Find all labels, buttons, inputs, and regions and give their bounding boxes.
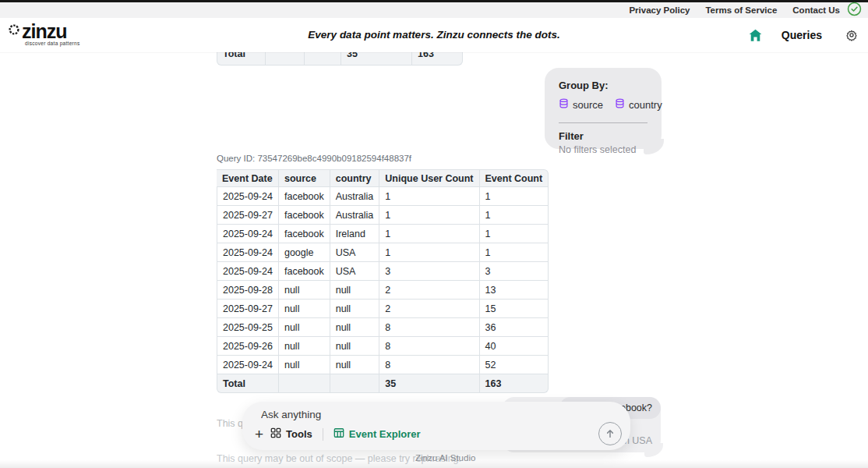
total-unique-users: 35 bbox=[379, 374, 479, 393]
utility-link[interactable]: Privacy Policy bbox=[629, 5, 690, 15]
status-check-icon bbox=[847, 2, 862, 16]
cell-event-date: 2025-09-24 bbox=[217, 356, 279, 374]
group-by-chip-label: source bbox=[573, 99, 603, 111]
cell-unique-user-count: 1 bbox=[379, 187, 479, 206]
cell-event-count: 15 bbox=[480, 300, 549, 318]
cell-event-count: 1 bbox=[480, 225, 549, 243]
cell-unique-user-count: 8 bbox=[379, 337, 479, 356]
cell-country: Australia bbox=[330, 206, 380, 225]
cell-source: facebook bbox=[279, 206, 330, 225]
cell-event-count: 1 bbox=[480, 243, 549, 262]
column-header: source bbox=[279, 169, 330, 187]
nav-queries-label[interactable]: Queries bbox=[782, 29, 822, 41]
cell-country: null bbox=[330, 356, 380, 374]
group-by-chip[interactable]: source bbox=[559, 98, 603, 111]
group-by-chip[interactable]: country bbox=[615, 98, 662, 111]
total-events: 163 bbox=[480, 374, 549, 393]
composer-toolbar: + Tools bbox=[253, 427, 619, 441]
cell-source: facebook bbox=[279, 225, 330, 243]
group-by-panel: Group By: source bbox=[545, 68, 662, 149]
table-row: 2025-09-24 google USA 1 1 bbox=[217, 243, 549, 262]
group-by-panel-tail bbox=[644, 139, 664, 154]
logo-tagline: discover data patterns bbox=[25, 41, 80, 46]
cell-event-date: 2025-09-27 bbox=[217, 206, 279, 225]
cell-event-date: 2025-09-25 bbox=[217, 318, 279, 337]
cell-event-count: 1 bbox=[480, 206, 549, 225]
cell-source: null bbox=[279, 281, 330, 300]
results-table: Event DatesourcecountryUnique User Count… bbox=[217, 169, 549, 393]
event-explorer-label: Event Explorer bbox=[349, 428, 421, 440]
filter-title: Filter bbox=[559, 130, 647, 142]
table-row: 2025-09-27 null null 2 15 bbox=[217, 300, 549, 318]
utility-link-bar: Privacy PolicyTerms of ServiceContact Us bbox=[0, 2, 868, 18]
cell-unique-user-count: 1 bbox=[379, 225, 479, 243]
query-id: Query ID: 73547269be8c4990b09182594f4883… bbox=[217, 154, 411, 163]
cell-country: null bbox=[330, 337, 380, 356]
column-header: Event Date bbox=[217, 169, 279, 187]
table-total-row: Total 35 163 bbox=[217, 374, 549, 393]
results-header-row: Event DatesourcecountryUnique User Count… bbox=[217, 169, 549, 187]
cell-country: null bbox=[330, 281, 380, 300]
cell-unique-user-count: 2 bbox=[379, 300, 479, 318]
main-header: zinzu discover data patterns Every data … bbox=[0, 18, 868, 52]
cell-event-count: 40 bbox=[480, 337, 549, 356]
group-by-chip-label: country bbox=[629, 99, 662, 111]
ask-composer: + Tools bbox=[242, 402, 630, 450]
filter-status: No filters selected bbox=[559, 144, 647, 155]
cell-event-date: 2025-09-27 bbox=[217, 300, 279, 318]
add-attachment-icon[interactable]: + bbox=[255, 428, 263, 441]
home-icon[interactable] bbox=[747, 27, 764, 44]
tools-label: Tools bbox=[286, 428, 312, 440]
cell-source: null bbox=[279, 318, 330, 337]
table-row: 2025-09-25 null null 8 36 bbox=[217, 318, 549, 337]
cell-country: null bbox=[330, 300, 380, 318]
event-explorer-button[interactable]: Event Explorer bbox=[333, 427, 421, 441]
cell-event-count: 3 bbox=[480, 262, 549, 281]
total-label: Total bbox=[217, 374, 279, 393]
app-root: Total 35 163 Privacy PolicyTerms of Serv… bbox=[0, 0, 868, 468]
send-button[interactable] bbox=[598, 422, 622, 445]
cell-country: null bbox=[330, 318, 380, 337]
cell-event-count: 13 bbox=[480, 281, 549, 300]
table-icon bbox=[333, 427, 344, 441]
cell-country: USA bbox=[330, 243, 380, 262]
cell-event-date: 2025-09-28 bbox=[217, 281, 279, 300]
header-nav: Queries bbox=[747, 18, 858, 52]
cell-event-count: 1 bbox=[480, 187, 549, 206]
header: Privacy PolicyTerms of ServiceContact Us… bbox=[0, 0, 868, 52]
cell-event-count: 36 bbox=[480, 318, 549, 337]
cell-source: null bbox=[279, 300, 330, 318]
ask-input[interactable] bbox=[253, 409, 510, 420]
cell-event-count: 52 bbox=[480, 356, 549, 374]
cell-source: facebook bbox=[279, 187, 330, 206]
cell-source: google bbox=[279, 243, 330, 262]
table-row: 2025-09-24 facebook Australia 1 1 bbox=[217, 187, 549, 206]
site-tagline: Every data point matters. Zinzu connects… bbox=[0, 29, 868, 41]
grid-icon bbox=[270, 427, 281, 441]
cell-event-date: 2025-09-24 bbox=[217, 187, 279, 206]
group-by-items: source country bbox=[559, 98, 647, 111]
column-header: Event Count bbox=[480, 169, 549, 187]
cell-event-date: 2025-09-26 bbox=[217, 337, 279, 356]
tools-button[interactable]: Tools bbox=[270, 427, 312, 441]
table-row: 2025-09-26 null null 8 40 bbox=[217, 337, 549, 356]
database-icon bbox=[615, 98, 625, 111]
cell-unique-user-count: 2 bbox=[379, 281, 479, 300]
cell-unique-user-count: 1 bbox=[379, 243, 479, 262]
cell-country: USA bbox=[330, 262, 380, 281]
cell-unique-user-count: 3 bbox=[379, 262, 479, 281]
table-row: 2025-09-24 null null 8 52 bbox=[217, 356, 549, 374]
utility-link[interactable]: Contact Us bbox=[792, 5, 840, 15]
cell-unique-user-count: 1 bbox=[379, 206, 479, 225]
cell-country: Ireland bbox=[330, 225, 380, 243]
table-row: 2025-09-28 null null 2 13 bbox=[217, 281, 549, 300]
group-by-title: Group By: bbox=[559, 80, 647, 91]
settings-gear-icon[interactable] bbox=[845, 29, 858, 41]
column-header: Unique User Count bbox=[379, 169, 479, 187]
utility-link[interactable]: Terms of Service bbox=[705, 5, 777, 15]
cell-unique-user-count: 8 bbox=[379, 356, 479, 374]
database-icon bbox=[559, 98, 569, 111]
studio-brand: Zinzu AI Studio bbox=[415, 453, 475, 463]
panel-divider bbox=[559, 122, 647, 123]
toolbar-divider bbox=[323, 428, 323, 441]
